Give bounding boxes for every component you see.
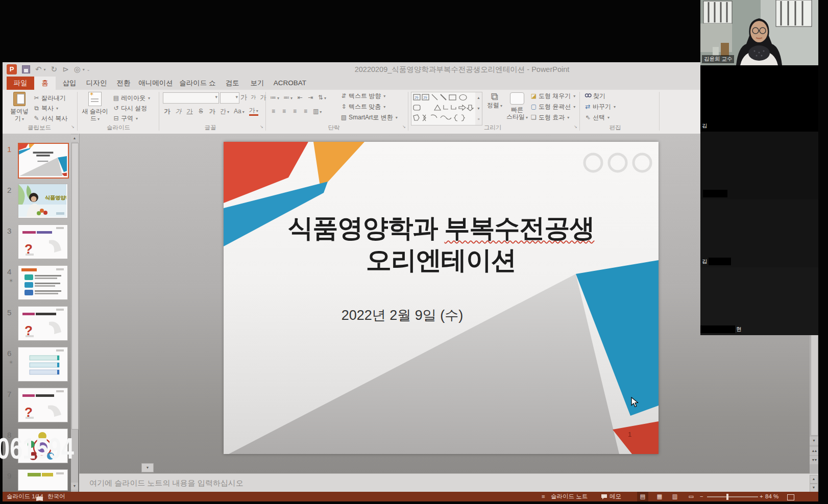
format-painter-button[interactable]: ✎ 서식 복사 — [33, 113, 67, 123]
copy-button[interactable]: ⧉ 복사 — [33, 103, 58, 113]
spellcheck-icon[interactable] — [36, 494, 43, 504]
view-sorter-button[interactable]: ▦ — [654, 492, 665, 501]
shapes-gallery[interactable]: 가가 — [411, 92, 476, 125]
thumbnail-slide-7[interactable]: ? — [18, 388, 68, 422]
next-slide-icon[interactable]: ▼▼ — [810, 456, 818, 464]
thumbnail-slide-6[interactable] — [18, 347, 68, 382]
columns-icon[interactable]: ▥ — [313, 108, 322, 115]
justify-icon[interactable]: ≡ — [302, 108, 309, 115]
underline-icon[interactable]: 가 — [186, 107, 193, 116]
text-direction-button[interactable]: ⇵ 텍스트 방향 — [340, 91, 385, 101]
align-right-icon[interactable]: ≡ — [291, 108, 298, 115]
zoom-in-button[interactable]: + — [760, 492, 763, 501]
powerpoint-logo-icon[interactable]: P — [7, 64, 17, 74]
thumb-scroll-up-icon[interactable]: ▲ — [71, 135, 78, 142]
tab-home[interactable]: 홈 — [34, 77, 56, 90]
undo-icon[interactable]: ↶ — [35, 64, 42, 75]
thumbnail-slide-1[interactable] — [18, 143, 69, 179]
tab-transitions[interactable]: 전환 — [112, 77, 135, 90]
tab-insert[interactable]: 삽입 — [58, 77, 81, 90]
new-slide-button[interactable]: 새 슬라이드 — [80, 91, 110, 122]
notes-panel-icon[interactable]: ≡ — [542, 492, 545, 501]
customize-qat-icon[interactable]: ⌄ — [87, 67, 90, 72]
font-size-combobox[interactable] — [220, 92, 239, 104]
font-color-icon[interactable]: 가 — [249, 107, 258, 116]
shapes-scroll-up-icon[interactable]: ▲ — [475, 92, 482, 103]
view-reading-button[interactable]: ▥ — [669, 492, 680, 501]
view-slideshow-button[interactable]: ▭ — [686, 492, 697, 501]
bold-icon[interactable]: 가 — [164, 107, 171, 116]
grow-font-icon[interactable]: 가 — [240, 93, 247, 102]
font-grow-shrink[interactable]: 가 가 가 — [240, 92, 266, 103]
tab-animations[interactable]: 애니메이션 — [136, 77, 175, 90]
layout-button[interactable]: ▤ 레이아웃 — [113, 93, 150, 103]
text-shadow-icon[interactable]: 가 — [209, 107, 215, 116]
line-spacing-icon[interactable]: ⇅ — [318, 94, 326, 101]
touch-mode-icon[interactable]: ◎ — [74, 64, 81, 75]
notes-collapse-icon[interactable]: ▼ — [141, 463, 154, 472]
paste-button[interactable]: 붙여넣기 — [8, 91, 31, 122]
thumbnail-slide-9[interactable] — [18, 469, 68, 491]
change-case-icon[interactable]: Aa — [234, 108, 245, 115]
font-name-combobox[interactable] — [163, 92, 219, 104]
notes-scroll-up-icon[interactable]: ▲ — [810, 475, 818, 484]
language-indicator[interactable]: 한국어 — [47, 492, 65, 501]
align-left-icon[interactable]: ≡ — [270, 108, 277, 115]
numbering-icon[interactable]: ≕ — [283, 94, 293, 101]
redo-icon[interactable]: ↻ — [51, 64, 58, 75]
canvas-scroll-down-icon[interactable]: ▼ — [810, 437, 818, 445]
paragraph-dialog-launcher-icon[interactable]: ↘ — [402, 124, 406, 129]
arrange-button[interactable]: ⧉ 정렬 — [484, 91, 505, 122]
italic-icon[interactable]: 가 — [175, 107, 182, 116]
strikethrough-icon[interactable]: S — [198, 108, 204, 115]
shape-effects-button[interactable]: ❏ 도형 효과 — [530, 112, 569, 122]
tab-acrobat[interactable]: ACROBAT — [270, 77, 310, 90]
tab-slideshow[interactable]: 슬라이드 쇼 — [176, 77, 219, 90]
zoom-out-button[interactable]: − — [700, 492, 703, 501]
cut-button[interactable]: ✂ 잘라내기 — [33, 93, 66, 103]
tab-view[interactable]: 보기 — [246, 77, 269, 90]
section-button[interactable]: ⊟ 구역 — [113, 113, 138, 123]
view-normal-button[interactable]: ▤ — [637, 492, 648, 501]
increase-indent-icon[interactable]: ⇥ — [307, 94, 314, 101]
zoom-level[interactable]: 84 % — [765, 492, 778, 501]
notes-placeholder[interactable]: 여기에 슬라이드 노트의 내용을 입력하십시오 — [89, 478, 243, 488]
shapes-scroll-down-icon[interactable]: ▼ — [475, 103, 482, 114]
memo-button[interactable]: 메모 — [610, 492, 621, 501]
shapes-more-icon[interactable]: ≡ — [475, 114, 482, 124]
notes-scrollbar[interactable]: ▲ ▼ — [810, 475, 818, 491]
font-dialog-launcher-icon[interactable]: ↘ — [260, 124, 263, 129]
replace-button[interactable]: ⇄ 바꾸기 — [585, 102, 616, 112]
shape-fill-button[interactable]: ◪ 도형 채우기 — [530, 91, 575, 101]
bullets-icon[interactable]: ≔ — [270, 94, 279, 101]
notes-toggle-button[interactable]: 슬라이드 노트 — [551, 492, 588, 501]
thumb-scroll-thumb[interactable] — [71, 143, 79, 430]
smartart-convert-button[interactable]: ▧ SmartArt로 변환 — [340, 112, 398, 122]
quick-styles-button[interactable]: 빠른 스타일 — [506, 91, 528, 122]
undo-dropdown-icon[interactable]: ▾ — [44, 67, 46, 72]
zoom-slider-thumb[interactable] — [726, 494, 728, 500]
character-spacing-icon[interactable]: 간 — [220, 107, 229, 116]
tab-review[interactable]: 검토 — [220, 77, 245, 90]
thumbnail-slide-5[interactable]: ? — [18, 306, 68, 341]
fit-to-window-icon[interactable] — [787, 494, 794, 503]
memo-icon[interactable] — [601, 492, 607, 501]
notes-scroll-down-icon[interactable]: ▼ — [810, 484, 818, 492]
save-icon[interactable] — [22, 65, 30, 73]
shrink-font-icon[interactable]: 가 — [250, 94, 257, 101]
slide-date-text[interactable]: 2022년 2월 9일 (수) — [262, 306, 543, 324]
decrease-indent-icon[interactable]: ⇤ — [297, 94, 303, 101]
previous-slide-icon[interactable]: ▲▲ — [810, 447, 818, 455]
thumbnail-slide-2[interactable]: 식품영양학과 — [18, 184, 68, 218]
zoom-slider[interactable] — [707, 496, 758, 497]
thumb-scroll-down-icon[interactable]: ▼ — [71, 483, 78, 490]
tab-file[interactable]: 파일 — [7, 77, 34, 90]
find-button[interactable]: 찾기 — [585, 91, 605, 101]
reset-button[interactable]: ↺ 다시 설정 — [113, 103, 147, 113]
thumbnail-slide-3[interactable]: ? — [18, 224, 68, 259]
shapes-gallery-scroll[interactable]: ▲ ▼ ≡ — [475, 92, 482, 125]
slide-title[interactable]: 식품영양학과 부복수전공생오리엔테이션 — [224, 212, 659, 276]
start-slideshow-icon[interactable]: ⊳ — [62, 64, 69, 75]
notes-pane[interactable]: ▼ 여기에 슬라이드 노트의 내용을 입력하십시오 ▲ ▼ — [79, 473, 818, 492]
shape-outline-button[interactable]: ▢ 도형 윤곽선 — [530, 102, 575, 112]
